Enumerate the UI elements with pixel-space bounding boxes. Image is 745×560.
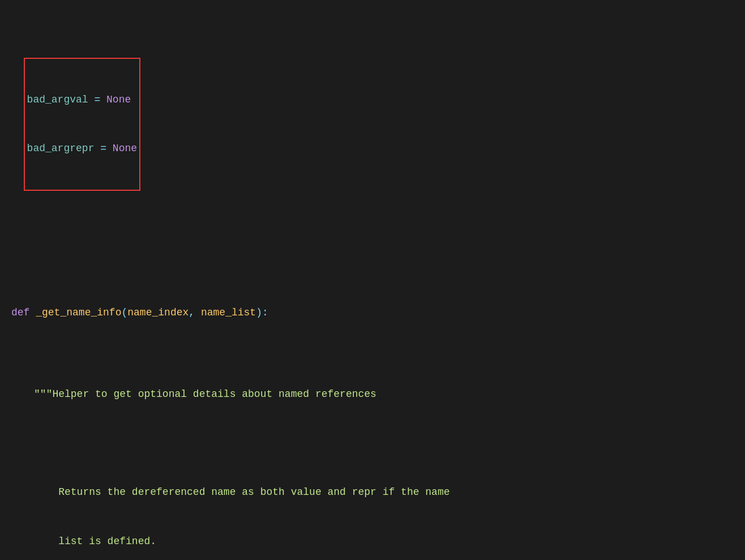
code-line-doc-empty: [11, 435, 734, 452]
code-line-doc2: Returns the dereferenced name as both va…: [11, 484, 734, 501]
code-editor: bad_argval = None bad_argrepr = None def…: [11, 9, 734, 560]
code-line-doc3: list is defined.: [11, 533, 734, 550]
code-line-empty-1: [11, 223, 734, 240]
code-line-1: bad_argval = None: [27, 92, 137, 108]
code-line-2: bad_argrepr = None: [27, 140, 137, 157]
code-line-doc1: """Helper to get optional details about …: [11, 386, 734, 403]
code-line-def: def _get_name_info(name_index, name_list…: [11, 305, 734, 321]
highlight-box-top: bad_argval = None bad_argrepr = None: [24, 58, 140, 190]
